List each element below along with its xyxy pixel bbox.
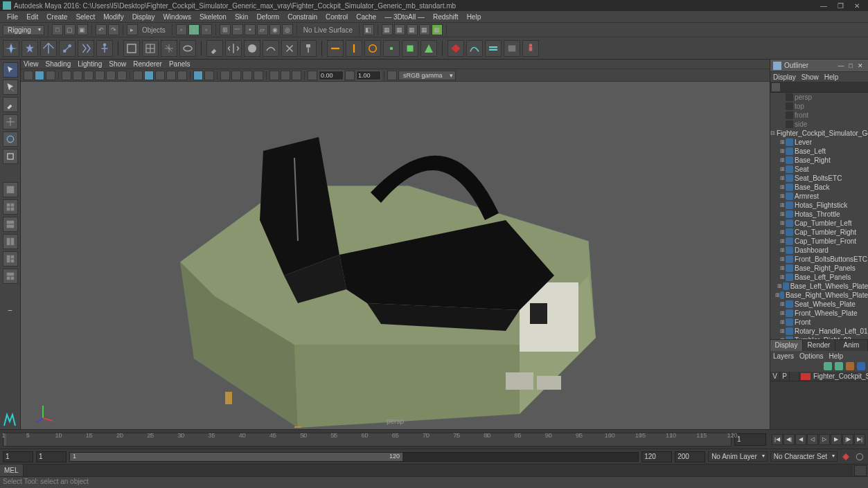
outliner-node[interactable]: ⊞Base_Right_Panels [770,264,868,273]
anim-layer-combo[interactable]: No Anim Layer [708,451,768,462]
outliner-node[interactable]: ⊞Hotas_Throttle [770,210,868,219]
outliner-node[interactable]: ⊞Rotary_Handle_Left_01 [770,327,868,336]
vp-aa-icon[interactable] [242,71,252,80]
vp-image-plane-icon[interactable] [46,71,55,80]
vp-isolate-icon[interactable] [193,71,203,80]
outliner-node[interactable]: top [770,102,868,111]
vp-view-transform-combo[interactable]: sRGB gamma [398,71,456,80]
layer-row[interactable]: V P Fighter_Cockpit_Simul [770,372,868,381]
time-slider-track[interactable]: 1510152025303540455055606570758085909510… [3,433,732,446]
menu-create[interactable]: Create [42,13,71,21]
menu-deform[interactable]: Deform [252,13,283,21]
play-back-button[interactable]: ◁ [807,434,818,445]
vp-color-mgmt-icon[interactable] [387,71,397,80]
render-globals-button[interactable]: ▦ [419,24,430,35]
vp-view-transform-icon[interactable] [292,71,301,80]
shelf-joint-icon[interactable] [59,40,76,57]
menu-modify[interactable]: Modify [99,13,127,21]
shelf-bind-icon[interactable] [123,40,140,57]
outliner-node[interactable]: ⊞Cap_Tumbler_Left [770,219,868,228]
vp-wireframe-icon[interactable] [133,71,143,80]
vp-lights-icon[interactable] [166,71,176,80]
vp-gamma-toggle-icon[interactable] [345,71,355,80]
anim-start-field[interactable] [3,451,33,462]
anim-end-field[interactable] [675,451,705,462]
outliner-node[interactable]: ⊞Base_Left_Panels [770,273,868,282]
outliner-node[interactable]: ⊞Base_Left [770,147,868,156]
snap-view-button[interactable]: ◎ [282,24,293,35]
render-settings-button[interactable]: ▦ [407,24,418,35]
outliner-search[interactable] [770,82,868,93]
vp-camera-select-icon[interactable] [24,71,33,80]
vp-gamma-field[interactable] [356,71,381,80]
vp-grid-icon[interactable] [62,71,71,80]
lasso-tool[interactable] [3,80,18,95]
layer-menu-layers[interactable]: Layers [773,352,794,360]
vp-shaded-icon[interactable] [144,71,154,80]
outliner-max-button[interactable]: □ [846,62,856,69]
shelf-weight-icon[interactable] [244,40,260,57]
select-tool[interactable] [3,62,18,78]
maximize-button[interactable]: ❐ [832,2,849,10]
range-thumb[interactable]: 1120 [70,453,402,461]
layer-display-type[interactable] [790,372,799,381]
layer-name[interactable]: Fighter_Cockpit_Simul [812,372,868,380]
shelf-hammer-icon[interactable] [300,40,317,57]
redo-button[interactable]: ↷ [108,24,119,35]
outliner-node[interactable]: ⊞Seat_Wheels_Plate [770,300,868,309]
open-scene-button[interactable]: ▢ [64,24,76,35]
layer-color-swatch[interactable] [801,373,811,380]
workspace-selector[interactable]: Rigging [3,25,44,35]
range-track[interactable]: 1120 [69,452,639,462]
minimize-button[interactable]: — [815,2,832,10]
auto-key-button[interactable] [840,451,851,462]
vp-res-gate-icon[interactable] [84,71,94,80]
render-frame-button[interactable]: ▦ [382,24,393,35]
outliner-node[interactable]: ⊞Seat_BoltsETC [770,174,868,183]
menu-control[interactable]: Control [321,13,352,21]
undo-button[interactable]: ↶ [96,24,107,35]
shelf-human-icon[interactable] [522,40,539,57]
layer-new-empty-icon[interactable] [846,362,854,370]
shelf-graph-icon[interactable] [466,40,483,57]
history-toggle-button[interactable]: ◧ [363,24,374,35]
step-back-key-button[interactable]: ◀| [783,434,795,445]
outliner-min-button[interactable]: — [836,62,846,69]
shelf-prune-icon[interactable] [281,40,298,57]
vp-safe-title-icon[interactable] [117,71,127,80]
menu-skin[interactable]: Skin [231,13,252,21]
outliner-node[interactable]: front [770,111,868,120]
script-lang-button[interactable]: MEL [0,464,24,476]
vp-exposure-field[interactable] [319,71,344,80]
vp-menu-show[interactable]: Show [109,60,126,68]
render-view-button[interactable]: ▦ [432,24,443,35]
outliner-menu-display[interactable]: Display [773,73,796,81]
time-slider[interactable]: 1510152025303540455055606570758085909510… [0,429,868,449]
menu-skeleton[interactable]: Skeleton [195,13,231,21]
playback-start-field[interactable] [36,451,67,462]
outliner-menu-show[interactable]: Show [801,73,819,81]
step-back-button[interactable]: ◀ [795,434,806,445]
step-forward-key-button[interactable]: |▶ [842,434,853,445]
shelf-paint-icon[interactable] [206,40,223,57]
outliner-node[interactable]: persp [770,93,868,102]
outliner-node[interactable]: ⊞Front_Wheels_Plate [770,309,868,318]
layer-move-up-icon[interactable] [824,362,832,370]
outliner-node[interactable]: ⊞Front [770,318,868,327]
shelf-constrain-parent-icon[interactable] [327,40,344,57]
playback-end-field[interactable] [641,451,672,462]
move-tool[interactable] [3,114,18,129]
layer-menu-help[interactable]: Help [829,352,843,360]
menu-dtoall[interactable]: — 3DtoAll — [380,13,429,21]
shelf-skeleton-icon[interactable] [96,40,113,57]
vp-menu-panels[interactable]: Panels [169,60,191,68]
layout-save-button[interactable]: – [3,302,18,317]
viewport[interactable]: persp [21,82,770,429]
outliner-node[interactable]: ⊞Base_Right [770,156,868,165]
vp-textured-icon[interactable] [155,71,165,80]
menu-cache[interactable]: Cache [352,13,380,21]
anim-prefs-button[interactable] [854,451,865,462]
vp-menu-renderer[interactable]: Renderer [133,60,162,68]
layer-tab-display[interactable]: Display [770,340,803,351]
outliner-node[interactable]: ⊞Dashboard [770,246,868,255]
